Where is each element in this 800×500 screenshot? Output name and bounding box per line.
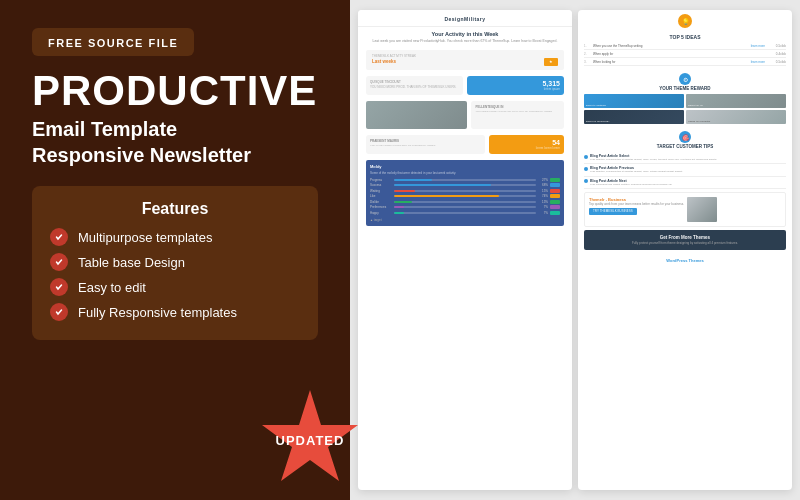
- ep-cta-bar: Get From More Themes Fully protect yours…: [584, 230, 786, 250]
- ep-streak-bar: THEMESILK ACTIVITY STREAK Last weeks ★: [366, 50, 564, 70]
- ep-metric1-title: QUISQUE TINCIDUNT: [370, 80, 459, 84]
- feature-icon-responsive: [50, 303, 68, 321]
- idea-row-0: 1. When you use the ThemeSup setting lea…: [584, 42, 786, 50]
- ep-reward-icon: ⚙: [679, 73, 691, 85]
- ep-top5-title: TOP 5 IDEAS: [584, 30, 786, 42]
- idea-link-2[interactable]: learn more: [751, 60, 765, 64]
- progress-bar-6: [394, 212, 536, 214]
- ep-metric3-label: lorem lorem lorem: [493, 146, 560, 150]
- tag-5: [550, 205, 560, 209]
- pct-0: 27%: [538, 178, 548, 182]
- pct-6: 7%: [538, 211, 548, 215]
- right-panel: DesignMilitary Your Activity in this Wee…: [350, 0, 800, 500]
- ep-metric3-sub: YOU HAVE MORE MAURIS 86% OF THEMESILK US…: [370, 144, 481, 147]
- free-badge: FREE SOURCE FILE: [32, 28, 194, 56]
- ep-link-dot-1: [584, 167, 588, 171]
- ep-link-content-1: Blog Post Article Previous Cras egestas,…: [590, 166, 683, 173]
- ep-target-header: 🎯 TARGET CUSTOMER TIPS: [584, 131, 786, 149]
- left-panel: FREE SOURCE FILE PRODUCTIVE Email Templa…: [0, 0, 350, 500]
- tag-3: [550, 194, 560, 198]
- ep-link-desc-2: Cras consequat sed aliquet porttitor. Ph…: [590, 183, 672, 186]
- ep-logo: DesignMilitary: [366, 16, 564, 22]
- ep-activity-text: Last week you are visited new Productivi…: [358, 39, 572, 47]
- progress-bar-4: [394, 201, 536, 203]
- ep-biz-image: [687, 197, 717, 222]
- ep-activity-title: Your Activity in this Week: [358, 27, 572, 39]
- ep-metric3-row: PRAESENT MAURIS YOU HAVE MORE MAURIS 86%…: [358, 132, 572, 157]
- subtitle-line2: Responsive Newsletter: [32, 144, 251, 166]
- idea-link-0[interactable]: learn more: [751, 44, 765, 48]
- ep-metric-praesent: PRAESENT MAURIS YOU HAVE MORE MAURIS 86%…: [366, 135, 485, 154]
- ep-table-section: Moldy Some of the molody that were detec…: [366, 160, 564, 226]
- main-title: PRODUCTIVE: [32, 70, 318, 112]
- tag-1: [550, 183, 560, 187]
- ep-theme-grid: Board to Software Report on Us Board on …: [584, 94, 786, 124]
- free-badge-text: FREE SOURCE FILE: [48, 37, 178, 49]
- table-row-waiting: Waiting 15%: [370, 189, 560, 193]
- ep-wp-themes-link[interactable]: WordPress Themes: [587, 255, 783, 266]
- ep-metric2-title: PELLENTESQUE IN: [475, 105, 560, 109]
- feature-text-easy-edit: Easy to edit: [78, 280, 146, 295]
- ep-target-icon: 🎯: [679, 131, 691, 143]
- ep-biz-content: Themelr - Business Top quality work from…: [589, 197, 684, 222]
- ep-metric2-sub: YOU NEED MORE ACCURATE THAN 49% OF THEME…: [475, 110, 560, 113]
- ep-biz-card: Themelr - Business Top quality work from…: [584, 192, 786, 227]
- table-row-progress: Progress 27%: [370, 178, 560, 182]
- row-label-0: Progress: [370, 178, 392, 182]
- feature-item-multipurpose: Multipurpose templates: [50, 228, 300, 246]
- features-box: Features Multipurpose templates Table ba…: [32, 186, 318, 340]
- ep-biz-btn[interactable]: TRY THEMESILK BUSINESS: [589, 208, 637, 215]
- updated-badge: UPDATED: [260, 390, 360, 490]
- pct-1: 68%: [538, 183, 548, 187]
- row-label-6: Happy: [370, 211, 392, 215]
- ep-link-dot-2: [584, 179, 588, 183]
- ep-cta-text: Fully protect yourself from theme design…: [590, 241, 780, 245]
- idea-text-0: When you use the ThemeSup setting: [593, 44, 748, 48]
- ep-metric3-value: 54: [493, 139, 560, 146]
- ep-cta-title: Get From More Themes: [590, 235, 780, 240]
- table-row-pref: Preferences 7%: [370, 205, 560, 209]
- ep-theme-reward-title: YOUR THEME REWARD: [659, 86, 710, 91]
- ep-link-desc-1: Cras egestas, condimentum ut egestas feu…: [590, 170, 683, 173]
- pct-5: 7%: [538, 205, 548, 209]
- ep-theme-reward-header: ⚙ YOUR THEME REWARD: [584, 73, 786, 91]
- email-preview-left: DesignMilitary Your Activity in this Wee…: [358, 10, 572, 490]
- table-row-success: Success 68%: [370, 183, 560, 187]
- ep-link-dot-0: [584, 155, 588, 159]
- feature-item-easy-edit: Easy to edit: [50, 278, 300, 296]
- ep-metric-blue: 5,315 lorem ipsum: [467, 76, 564, 95]
- idea-num-2: 3.: [584, 60, 590, 64]
- ep-theme-reward-section: ⚙ YOUR THEME REWARD Board to Software Re…: [578, 69, 792, 127]
- subtitle: Email Template Responsive Newsletter: [32, 116, 318, 168]
- idea-row-2: 3. When looking for learn more 0-5click: [584, 58, 786, 66]
- ep-header: DesignMilitary: [358, 10, 572, 27]
- progress-bar-2: [394, 190, 536, 192]
- theme-card-3: Speed on Computer: [686, 110, 786, 124]
- row-label-5: Preferences: [370, 205, 392, 209]
- ep-img-metric-row: PELLENTESQUE IN YOU NEED MORE ACCURATE T…: [358, 98, 572, 132]
- progress-bar-1: [394, 184, 536, 186]
- ep-streak-title: Last weeks: [372, 59, 396, 64]
- table-row-like: Like 74%: [370, 194, 560, 198]
- row-label-4: Dislike: [370, 200, 392, 204]
- pct-4: 13%: [538, 200, 548, 204]
- ep-link-content-0: Blog Post Article Select Cras egestas, c…: [590, 154, 717, 161]
- email-preview-right: 💡 TOP 5 IDEAS 1. When you use the ThemeS…: [578, 10, 792, 490]
- idea-num-1: 2.: [584, 52, 590, 56]
- ep-metrics-row: QUISQUE TINCIDUNT YOU NEED MORE PROD. TH…: [358, 73, 572, 98]
- ep-ideas-icon: 💡: [678, 14, 692, 28]
- idea-num-0: 1.: [584, 44, 590, 48]
- row-label-1: Success: [370, 183, 392, 187]
- progress-bar-0: [394, 179, 536, 181]
- tag-4: [550, 200, 560, 204]
- ep-metric3-title: PRAESENT MAURIS: [370, 139, 481, 143]
- theme-card-0: Board to Software: [584, 94, 684, 108]
- ep-top5-section: 💡 TOP 5 IDEAS 1. When you use the ThemeS…: [578, 10, 792, 69]
- progress-bar-5: [394, 206, 536, 208]
- ep-link-desc-0: Cras egestas, condimentum ut egestas feu…: [590, 158, 717, 161]
- idea-tag-1: 0-4click: [768, 52, 786, 56]
- ep-link-row-2: Blog Post Article Next Cras consequat se…: [584, 177, 786, 189]
- ep-link-row-1: Blog Post Article Previous Cras egestas,…: [584, 164, 786, 176]
- feature-icon-table: [50, 253, 68, 271]
- feature-item-responsive: Fully Responsive templates: [50, 303, 300, 321]
